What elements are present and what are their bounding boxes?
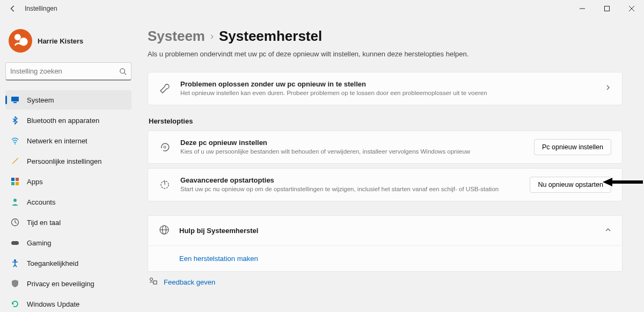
sidebar-item-label: Accounts bbox=[27, 198, 55, 206]
power-icon bbox=[159, 179, 171, 191]
sidebar-item-gaming[interactable]: Gaming bbox=[5, 233, 131, 252]
svg-point-16 bbox=[14, 259, 16, 262]
sidebar-item-label: Tijd en taal bbox=[27, 219, 61, 227]
svg-point-4 bbox=[120, 68, 125, 73]
avatar bbox=[9, 29, 32, 53]
sidebar-item-label: Systeem bbox=[27, 96, 54, 104]
sidebar-item-privacy[interactable]: Privacy en beveiliging bbox=[5, 274, 131, 293]
svg-rect-15 bbox=[11, 241, 19, 245]
monitor-icon bbox=[11, 96, 19, 104]
svg-point-2 bbox=[14, 34, 21, 40]
minimize-button[interactable] bbox=[570, 0, 595, 17]
brush-icon bbox=[11, 157, 19, 165]
svg-point-8 bbox=[14, 143, 16, 144]
svg-rect-1 bbox=[605, 6, 610, 11]
sidebar-item-persoonlijke[interactable]: Persoonlijke instellingen bbox=[5, 151, 131, 171]
svg-rect-11 bbox=[11, 182, 14, 185]
chevron-up-icon bbox=[605, 227, 611, 235]
troubleshoot-card[interactable]: Problemen oplossen zonder uw pc opnieuw … bbox=[148, 72, 623, 105]
troubleshoot-desc: Het opnieuw instellen kan even duren. Pr… bbox=[180, 89, 595, 97]
close-button[interactable] bbox=[619, 0, 644, 17]
sidebar-item-toegankelijkheid[interactable]: Toegankelijkheid bbox=[5, 253, 131, 273]
sidebar-item-label: Privacy en beveiliging bbox=[27, 280, 94, 288]
feedback-row: Feedback geven bbox=[148, 277, 623, 287]
maximize-button[interactable] bbox=[595, 0, 619, 17]
sidebar-item-label: Bluetooth en apparaten bbox=[27, 117, 99, 125]
nav: Systeem Bluetooth en apparaten Netwerk e… bbox=[5, 90, 131, 312]
svg-rect-6 bbox=[11, 97, 19, 101]
sidebar: Harrie Kisters Systeem Bluetooth en appa… bbox=[0, 17, 137, 312]
svg-point-13 bbox=[13, 199, 17, 202]
profile[interactable]: Harrie Kisters bbox=[5, 26, 131, 62]
breadcrumb: Systeem › Systeemherstel bbox=[148, 28, 623, 45]
reset-title: Deze pc opnieuw instellen bbox=[180, 139, 524, 147]
advanced-startup-card: Geavanceerde opstartopties Start uw pc n… bbox=[148, 168, 623, 201]
recovery-heading: Herstelopties bbox=[149, 117, 623, 125]
wifi-icon bbox=[11, 136, 19, 145]
sidebar-item-label: Apps bbox=[27, 178, 43, 186]
titlebar: Instellingen bbox=[0, 0, 644, 17]
sidebar-item-label: Gaming bbox=[27, 239, 52, 247]
svg-point-23 bbox=[150, 278, 153, 280]
sidebar-item-apps[interactable]: Apps bbox=[5, 172, 131, 191]
svg-rect-7 bbox=[13, 102, 17, 103]
advanced-desc: Start uw pc nu opnieuw op om de opstarti… bbox=[180, 185, 520, 193]
sidebar-item-accounts[interactable]: Accounts bbox=[5, 192, 131, 212]
sidebar-item-label: Windows Update bbox=[27, 300, 79, 308]
back-button[interactable] bbox=[2, 0, 24, 17]
svg-rect-10 bbox=[16, 178, 19, 181]
close-icon bbox=[629, 6, 634, 11]
search-input[interactable] bbox=[10, 67, 119, 75]
help-title: Hulp bij Systeemherstel bbox=[179, 227, 595, 235]
person-icon bbox=[11, 198, 19, 206]
chevron-right-icon: › bbox=[210, 31, 214, 42]
advanced-title: Geavanceerde opstartopties bbox=[180, 176, 520, 184]
chevron-right-icon bbox=[605, 84, 611, 92]
svg-rect-12 bbox=[16, 182, 19, 185]
sidebar-item-systeem[interactable]: Systeem bbox=[5, 90, 131, 110]
feedback-icon bbox=[149, 277, 157, 287]
reset-pc-button[interactable]: Pc opnieuw instellen bbox=[534, 139, 611, 155]
reset-icon bbox=[159, 141, 171, 153]
update-icon bbox=[11, 300, 19, 308]
sidebar-item-netwerk[interactable]: Netwerk en internet bbox=[5, 131, 131, 150]
page-subtitle: Als u problemen ondervindt met uw pc of … bbox=[148, 50, 623, 58]
search-box[interactable] bbox=[5, 62, 131, 81]
help-link[interactable]: Een herstelstation maken bbox=[179, 255, 258, 263]
svg-point-17 bbox=[164, 146, 166, 148]
shield-icon bbox=[11, 279, 19, 288]
page-title: Systeemherstel bbox=[219, 28, 322, 45]
minimize-icon bbox=[580, 6, 585, 11]
breadcrumb-parent[interactable]: Systeem bbox=[148, 28, 205, 45]
search-icon bbox=[119, 68, 127, 75]
arrow-left-icon bbox=[9, 5, 17, 12]
restart-now-button[interactable]: Nu opnieuw opstarten bbox=[530, 177, 611, 193]
troubleshoot-title: Problemen oplossen zonder uw pc opnieuw … bbox=[180, 80, 595, 88]
accessibility-icon bbox=[11, 259, 19, 267]
apps-icon bbox=[11, 177, 19, 186]
help-expander[interactable]: Hulp bij Systeemherstel bbox=[148, 216, 622, 245]
maximize-icon bbox=[604, 6, 610, 11]
window-controls bbox=[570, 0, 644, 17]
svg-rect-24 bbox=[153, 281, 157, 284]
sidebar-item-bluetooth[interactable]: Bluetooth en apparaten bbox=[5, 111, 131, 130]
sidebar-item-update[interactable]: Windows Update bbox=[5, 294, 131, 312]
game-icon bbox=[11, 238, 19, 247]
window-title: Instellingen bbox=[25, 5, 57, 12]
sidebar-item-label: Persoonlijke instellingen bbox=[27, 157, 101, 165]
user-name: Harrie Kisters bbox=[38, 37, 83, 45]
help-card: Hulp bij Systeemherstel Een herstelstati… bbox=[148, 215, 623, 272]
feedback-link[interactable]: Feedback geven bbox=[164, 278, 215, 286]
svg-line-5 bbox=[125, 72, 127, 75]
reset-desc: Kies of u uw persoonlijke bestanden wilt… bbox=[180, 148, 524, 156]
sidebar-item-label: Netwerk en internet bbox=[27, 137, 87, 145]
content: Systeem › Systeemherstel Als u problemen… bbox=[137, 17, 644, 312]
clock-icon bbox=[11, 218, 19, 227]
wrench-icon bbox=[159, 83, 171, 95]
reset-pc-card: Deze pc opnieuw instellen Kies of u uw p… bbox=[148, 130, 623, 164]
svg-rect-9 bbox=[11, 178, 14, 181]
sidebar-item-tijd[interactable]: Tijd en taal bbox=[5, 213, 131, 232]
sidebar-item-label: Toegankelijkheid bbox=[27, 259, 78, 267]
globe-icon bbox=[159, 224, 170, 237]
bluetooth-icon bbox=[11, 116, 19, 125]
